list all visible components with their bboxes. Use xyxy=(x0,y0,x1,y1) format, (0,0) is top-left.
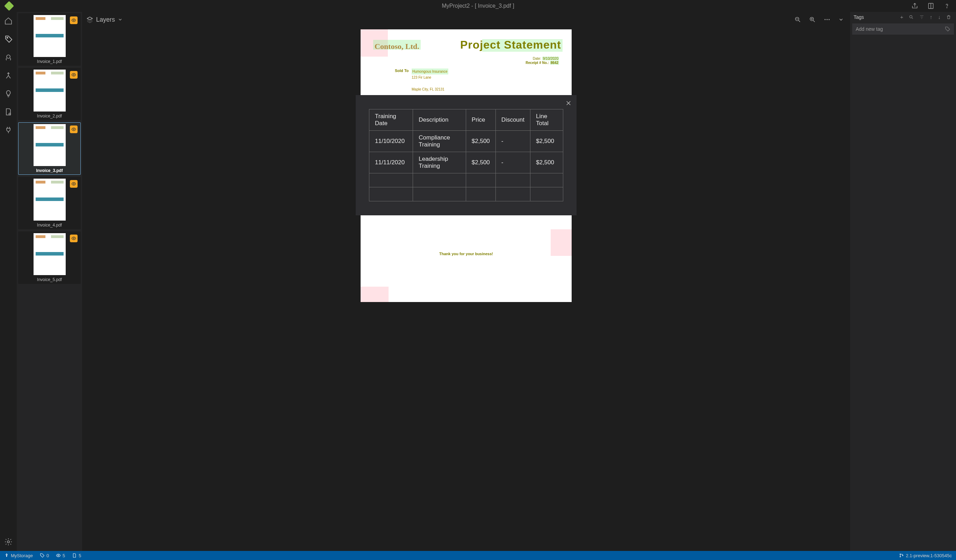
tags-title: Tags xyxy=(854,14,864,20)
table-row xyxy=(370,187,563,201)
thumbnail-label: Invoice_2.pdf xyxy=(37,113,62,118)
chevron-down-icon[interactable] xyxy=(836,17,846,22)
svg-point-11 xyxy=(73,238,74,239)
table-row xyxy=(370,173,563,187)
trash-icon[interactable] xyxy=(945,15,953,20)
svg-point-24 xyxy=(58,555,59,556)
date-line: Date: 9/10/2020 xyxy=(533,57,559,60)
svg-point-20 xyxy=(827,19,828,20)
table-cell: $2,500 xyxy=(466,131,495,152)
table-cell xyxy=(413,173,466,187)
svg-point-22 xyxy=(910,16,912,18)
merge-icon[interactable] xyxy=(3,71,13,80)
thumbnail-panel: Invoice_1.pdf Invoice_2.pdf Invoice_3.pd… xyxy=(17,12,82,551)
svg-point-21 xyxy=(829,19,830,20)
thumbnail-card[interactable]: Invoice_5.pdf xyxy=(18,231,81,284)
eye-icon[interactable] xyxy=(70,126,77,133)
tags-panel: Tags + ↑ ↓ Add new tag xyxy=(850,12,956,551)
zoom-out-icon[interactable] xyxy=(792,16,803,23)
status-bar: MyStorage 0 5 5 2.1-preview.1-530545c xyxy=(0,551,956,560)
tag-icon[interactable] xyxy=(3,34,13,44)
layers-button[interactable]: Layers xyxy=(86,16,123,24)
book-icon[interactable] xyxy=(927,2,934,9)
visible-count-status: 5 xyxy=(56,553,65,558)
zoom-in-icon[interactable] xyxy=(807,16,818,23)
version-status: 2.1-preview.1-530545c xyxy=(899,553,952,558)
table-cell xyxy=(495,187,530,201)
arrow-down-icon[interactable]: ↓ xyxy=(937,14,942,20)
help-icon[interactable] xyxy=(943,2,950,9)
lightbulb-icon[interactable] xyxy=(3,89,13,99)
home-icon[interactable] xyxy=(3,16,13,26)
table-cell: 11/10/2020 xyxy=(370,131,413,152)
layers-label: Layers xyxy=(96,16,115,24)
document-heading: Project Statement xyxy=(460,38,561,51)
table-cell: Compliance Training xyxy=(413,131,466,152)
document-toolbar: Layers xyxy=(82,12,850,27)
document-settings-icon[interactable] xyxy=(3,107,13,117)
svg-point-2 xyxy=(947,7,947,8)
table-cell: $2,500 xyxy=(530,152,563,173)
search-icon[interactable] xyxy=(907,15,915,20)
app-logo xyxy=(4,1,14,11)
chevron-down-icon xyxy=(118,17,123,22)
titlebar: MyProject2 - [ Invoice_3.pdf ] xyxy=(0,0,956,12)
highlight-region xyxy=(361,287,388,302)
window-title: MyProject2 - [ Invoice_3.pdf ] xyxy=(442,3,514,9)
thumbnail-label: Invoice_1.pdf xyxy=(37,59,62,64)
svg-point-8 xyxy=(73,74,74,76)
thumbnail-preview xyxy=(33,15,66,57)
thumbnail-preview xyxy=(33,69,66,112)
settings-icon[interactable] xyxy=(3,537,13,547)
eye-icon[interactable] xyxy=(70,71,77,79)
tag-count-status: 0 xyxy=(40,553,49,558)
table-cell xyxy=(530,173,563,187)
table-cell: 11/11/2020 xyxy=(370,152,413,173)
svg-point-6 xyxy=(7,541,9,543)
plug-icon[interactable] xyxy=(3,125,13,135)
left-icon-rail xyxy=(0,12,17,551)
filter-icon[interactable] xyxy=(918,15,926,20)
more-icon[interactable] xyxy=(821,16,833,23)
close-icon[interactable] xyxy=(565,100,572,106)
brain-icon[interactable] xyxy=(3,52,13,62)
thumbnail-card[interactable]: Invoice_1.pdf xyxy=(18,13,81,66)
svg-point-25 xyxy=(900,554,901,554)
receipt-line: Receipt # No.: 8642 xyxy=(525,61,559,64)
table-header-cell: Price xyxy=(466,109,495,131)
table-header-cell: Discount xyxy=(495,109,530,131)
thumbnail-card[interactable]: Invoice_3.pdf xyxy=(18,122,81,175)
share-icon[interactable] xyxy=(911,2,918,9)
eye-icon[interactable] xyxy=(70,16,77,24)
thumbnail-label: Invoice_4.pdf xyxy=(37,223,62,228)
thumbnail-card[interactable]: Invoice_4.pdf xyxy=(18,177,81,229)
svg-point-27 xyxy=(903,555,903,556)
document-viewport[interactable]: Contoso, Ltd. Project Statement Date: 9/… xyxy=(82,27,850,551)
table-row: 11/10/2020Compliance Training$2,500-$2,5… xyxy=(370,131,563,152)
thumbnail-label: Invoice_3.pdf xyxy=(36,168,63,173)
table-cell xyxy=(413,187,466,201)
eye-icon[interactable] xyxy=(70,180,77,188)
table-cell: $2,500 xyxy=(530,131,563,152)
sold-to-label: Sold To xyxy=(395,69,409,73)
table-cell xyxy=(370,173,413,187)
eye-icon[interactable] xyxy=(70,234,77,242)
table-header-cell: Line Total xyxy=(530,109,563,131)
svg-line-23 xyxy=(912,17,913,19)
company-name: Contoso, Ltd. xyxy=(374,42,419,51)
table-cell: - xyxy=(495,152,530,173)
table-cell xyxy=(370,187,413,201)
tags-panel-header: Tags + ↑ ↓ xyxy=(850,12,956,22)
arrow-up-icon[interactable]: ↑ xyxy=(928,14,934,20)
storage-status[interactable]: MyStorage xyxy=(4,553,33,558)
table-header-cell: Training Date xyxy=(370,109,413,131)
thumbnail-preview xyxy=(33,233,66,275)
table-preview-modal: Training DateDescriptionPriceDiscountLin… xyxy=(356,95,577,216)
svg-point-3 xyxy=(7,38,8,38)
plus-icon[interactable]: + xyxy=(899,14,905,20)
thumbnail-card[interactable]: Invoice_2.pdf xyxy=(18,68,81,120)
highlight-region xyxy=(551,229,572,256)
add-tag-input[interactable]: Add new tag xyxy=(852,24,954,35)
table-cell xyxy=(530,187,563,201)
thanks-text: Thank you for your business! xyxy=(439,252,493,256)
